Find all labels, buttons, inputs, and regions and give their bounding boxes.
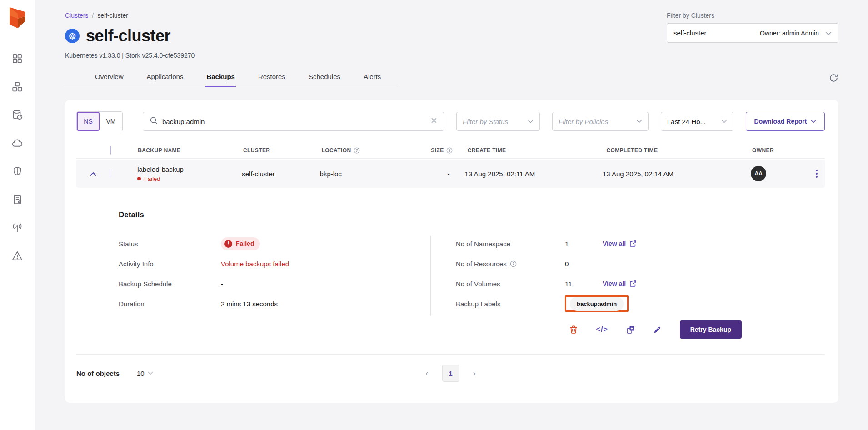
external-link-icon bbox=[629, 240, 637, 247]
activity-info-label: Activity Info bbox=[119, 260, 221, 268]
tab-backups[interactable]: Backups bbox=[205, 68, 236, 87]
duplicate-backup-icon[interactable] bbox=[626, 325, 635, 334]
time-range-value: Last 24 Ho... bbox=[667, 118, 706, 125]
tab-alerts[interactable]: Alerts bbox=[363, 68, 382, 87]
dashboard-grid-icon[interactable] bbox=[11, 53, 23, 65]
status-label: Status bbox=[119, 240, 221, 248]
col-backup-name: BACKUP NAME bbox=[138, 147, 243, 154]
cluster-filter-label: Filter by Clusters bbox=[667, 12, 838, 19]
backups-panel: NS VM Filter by Status Filter by Policie… bbox=[65, 100, 838, 403]
backup-label-pill: backup:admin bbox=[570, 297, 624, 311]
backup-db-restore-icon[interactable] bbox=[11, 109, 23, 121]
activity-info-value: Volume backups failed bbox=[221, 260, 289, 268]
table-header: BACKUP NAME CLUSTER LOCATION SIZE CREATE… bbox=[76, 142, 825, 159]
broadcast-antenna-icon[interactable] bbox=[11, 222, 23, 234]
details-title: Details bbox=[76, 210, 825, 220]
help-circle-icon[interactable] bbox=[446, 147, 453, 154]
location-cell: bkp-loc bbox=[320, 170, 422, 178]
tab-overview[interactable]: Overview bbox=[94, 68, 125, 87]
toolbar: NS VM Filter by Status Filter by Policie… bbox=[76, 111, 825, 131]
previous-page-button[interactable]: ‹ bbox=[424, 367, 430, 380]
chevron-down-icon bbox=[716, 120, 727, 123]
policies-filter-dropdown[interactable]: Filter by Policies bbox=[552, 112, 649, 131]
shield-icon[interactable] bbox=[11, 165, 23, 177]
size-cell: - bbox=[422, 170, 454, 178]
table-row: labeled-backup Failed self-cluster bkp-l… bbox=[76, 160, 825, 188]
breadcrumb: Clusters / self-cluster bbox=[65, 12, 195, 19]
help-circle-icon[interactable] bbox=[354, 147, 360, 154]
backup-schedule-label: Backup Schedule bbox=[119, 280, 221, 288]
volumes-count-label: No of Volumes bbox=[456, 280, 565, 288]
owner-cell: AA bbox=[747, 166, 814, 181]
detail-actions: </> Retry Backup bbox=[76, 320, 825, 339]
policies-filter-placeholder: Filter by Policies bbox=[559, 118, 608, 125]
chevron-down-icon bbox=[148, 371, 153, 375]
view-all-volumes-link[interactable]: View all bbox=[603, 280, 637, 287]
backup-name-cell: labeled-backup Failed bbox=[137, 165, 242, 182]
breadcrumb-separator: / bbox=[92, 12, 94, 19]
page-title: self-cluster bbox=[86, 26, 170, 45]
download-report-button[interactable]: Download Report bbox=[746, 112, 825, 131]
view-json-icon[interactable]: </> bbox=[596, 325, 608, 334]
main-content: Clusters / self-cluster ☸ self-cluster K… bbox=[35, 0, 868, 430]
col-location: LOCATION bbox=[322, 147, 425, 154]
refresh-icon[interactable] bbox=[829, 73, 838, 85]
chevron-down-icon bbox=[522, 120, 534, 123]
details-section: Status ! Failed Activity Info Volume bac… bbox=[76, 236, 825, 316]
chevron-down-icon bbox=[825, 29, 832, 37]
clusters-cubes-icon[interactable] bbox=[11, 81, 23, 93]
time-range-dropdown[interactable]: Last 24 Ho... bbox=[661, 112, 733, 131]
failed-dot-icon bbox=[137, 177, 141, 180]
report-gear-icon[interactable] bbox=[11, 194, 23, 205]
col-create-time: CREATE TIME bbox=[456, 147, 607, 154]
namespace-count-label: No of Namespace bbox=[456, 240, 565, 248]
status-filter-dropdown[interactable]: Filter by Status bbox=[456, 112, 540, 131]
status-filter-placeholder: Filter by Status bbox=[463, 118, 508, 125]
backup-labels-label: Backup Labels bbox=[456, 300, 565, 308]
edit-backup-icon[interactable] bbox=[653, 325, 662, 334]
ns-toggle-button[interactable]: NS bbox=[77, 112, 100, 131]
row-status: Failed bbox=[144, 175, 160, 182]
col-size: SIZE bbox=[424, 147, 456, 154]
current-page-button[interactable]: 1 bbox=[442, 365, 459, 382]
tabs-row: Overview Applications Backups Restores S… bbox=[65, 68, 838, 87]
next-page-button[interactable]: › bbox=[471, 367, 478, 380]
alerts-warning-icon[interactable] bbox=[11, 250, 23, 262]
col-cluster: CLUSTER bbox=[243, 147, 322, 154]
backup-schedule-value: - bbox=[221, 280, 223, 288]
portworx-logo[interactable] bbox=[7, 6, 28, 29]
search-box bbox=[143, 112, 444, 131]
row-checkbox[interactable] bbox=[110, 169, 110, 178]
retry-backup-button[interactable]: Retry Backup bbox=[680, 320, 742, 339]
collapse-row-chevron[interactable] bbox=[76, 171, 110, 176]
volumes-count-value: 11 bbox=[565, 280, 587, 288]
owner-avatar[interactable]: AA bbox=[751, 166, 766, 181]
breadcrumb-current: self-cluster bbox=[97, 12, 128, 19]
row-actions-kebab-icon[interactable] bbox=[814, 168, 819, 180]
breadcrumb-clusters-link[interactable]: Clusters bbox=[65, 12, 88, 19]
search-input[interactable] bbox=[162, 118, 426, 125]
backup-name[interactable]: labeled-backup bbox=[137, 165, 242, 173]
external-link-icon bbox=[629, 280, 637, 287]
view-all-namespaces-link[interactable]: View all bbox=[603, 240, 637, 247]
tab-applications[interactable]: Applications bbox=[146, 68, 185, 87]
info-circle-icon[interactable] bbox=[510, 260, 517, 267]
tab-restores[interactable]: Restores bbox=[257, 68, 286, 87]
status-failed-badge: ! Failed bbox=[221, 237, 260, 250]
cluster-filter-value: self-cluster bbox=[673, 29, 707, 37]
vm-toggle-button[interactable]: VM bbox=[100, 112, 122, 131]
page-size-dropdown[interactable]: 10 bbox=[137, 370, 153, 377]
select-all-checkbox[interactable] bbox=[110, 146, 111, 155]
delete-backup-icon[interactable] bbox=[569, 325, 578, 334]
clear-search-icon[interactable] bbox=[431, 117, 437, 125]
namespace-count-value: 1 bbox=[565, 240, 587, 248]
cluster-filter-dropdown[interactable]: self-cluster Owner: admin Admin bbox=[667, 23, 838, 43]
objects-count-label: No of objects bbox=[76, 370, 120, 377]
tab-schedules[interactable]: Schedules bbox=[308, 68, 341, 87]
resources-count-label: No of Resources bbox=[456, 260, 565, 268]
cloud-icon[interactable] bbox=[11, 137, 23, 149]
duration-label: Duration bbox=[119, 300, 221, 308]
duration-value: 2 mins 13 seconds bbox=[221, 300, 278, 308]
annotation-highlight-box: backup:admin bbox=[565, 295, 629, 312]
pagination-row: No of objects 10 ‹ 1 › bbox=[76, 355, 825, 383]
